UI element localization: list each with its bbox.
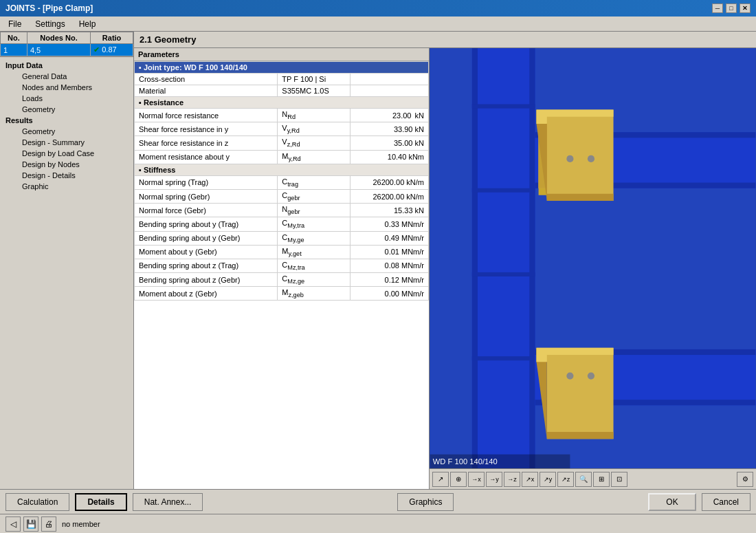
view-btn-yaxis[interactable]: →y	[486, 472, 502, 487]
res-val-0: 23.00 kN	[351, 109, 429, 122]
check-icon: ✔	[93, 45, 100, 54]
table-row: Bending spring about y (Gebr) CMy,ge 0.4…	[135, 231, 429, 245]
view-btn-move[interactable]: ⊕	[450, 472, 467, 487]
svg-rect-4	[472, 104, 535, 108]
sidebar-item-nodes-members[interactable]: Nodes and Members	[0, 82, 133, 93]
left-panel: No. Nodes No. Ratio 1 4,5 ✔ 0.87 Input D…	[0, 32, 134, 489]
collapse-resistance-icon[interactable]: ▪	[139, 98, 142, 107]
status-icon-print[interactable]: 🖨	[41, 516, 56, 532]
sidebar-item-general-data[interactable]: General Data	[0, 71, 133, 82]
table-row: Bending spring about y (Trag) CMy,tra 0.…	[135, 217, 429, 231]
svg-point-29	[566, 155, 573, 162]
3d-view: WD F 100 140/140 ↗ ⊕ →x →y →z ↗x ↗y ↗z 🔍…	[430, 48, 756, 489]
graphics-button[interactable]: Graphics	[397, 493, 454, 511]
right-panel: 2.1 Geometry Parameters ▪ Joint type: WD…	[134, 32, 756, 489]
col-no: No.	[1, 32, 27, 44]
collapse-stiffness-icon[interactable]: ▪	[139, 166, 142, 174]
sidebar-item-graphic[interactable]: Graphic	[0, 181, 133, 192]
cancel-button[interactable]: Cancel	[702, 493, 751, 511]
title-bar: JOINTS - [Pipe Clamp] ─ □ ✕	[0, 0, 756, 17]
main-content: No. Nodes No. Ratio 1 4,5 ✔ 0.87 Input D…	[0, 32, 756, 489]
ok-button[interactable]: OK	[648, 493, 696, 511]
svg-rect-1	[472, 48, 535, 468]
calculation-button[interactable]: Calculation	[5, 493, 69, 511]
res-label-2: Shear force resistance in z	[135, 136, 278, 150]
cross-section-unit	[351, 74, 429, 85]
panel-body: Parameters ▪ Joint type: WD F 100 140/14…	[134, 48, 756, 489]
params-panel: Parameters ▪ Joint type: WD F 100 140/14…	[134, 48, 430, 489]
table-row: Moment about z (Gebr) Mz,geb 0.00 MNm/r	[135, 287, 429, 301]
table-row: Moment about y (Gebr) My,get 0.01 MNm/r	[135, 245, 429, 259]
joint-type-row: ▪ Joint type: WD F 100 140/140	[135, 62, 429, 74]
cross-section-row: Cross-section TP F 100 | Si	[135, 74, 429, 85]
table-row[interactable]: 1 4,5 ✔ 0.87	[1, 44, 133, 56]
resistance-label: ▪ Resistance	[135, 97, 429, 109]
menu-help[interactable]: Help	[74, 18, 102, 30]
details-button[interactable]: Details	[75, 493, 126, 511]
nat-annex-button[interactable]: Nat. Annex...	[133, 493, 203, 511]
svg-marker-27	[547, 432, 614, 439]
view-btn-zrot[interactable]: ↗z	[557, 472, 574, 487]
sidebar-item-design-details[interactable]: Design - Details	[0, 170, 133, 181]
svg-rect-3	[529, 48, 535, 468]
panel-header: 2.1 Geometry	[134, 32, 756, 48]
view-btn-xaxis[interactable]: →x	[468, 472, 485, 487]
table-row: Normal force (Gebr) Ngebr 15.33 kN	[135, 204, 429, 217]
params-table: ▪ Joint type: WD F 100 140/140 Cross-sec…	[134, 61, 429, 301]
view-btn-select[interactable]: ↗	[432, 472, 449, 487]
res-val-2: 35.00 kN	[351, 136, 429, 150]
status-icon-back[interactable]: ◁	[5, 516, 21, 532]
3d-svg: WD F 100 140/140	[430, 48, 756, 468]
table-row: Bending spring about z (Gebr) CMz,ge 0.1…	[135, 273, 429, 287]
view-btn-zoom[interactable]: 🔍	[575, 472, 592, 487]
svg-rect-7	[472, 356, 535, 360]
svg-rect-2	[472, 48, 478, 468]
sidebar-item-design-load-case[interactable]: Design by Load Case	[0, 148, 133, 159]
svg-text:WD F 100 140/140: WD F 100 140/140	[433, 457, 498, 466]
sidebar-item-loads[interactable]: Loads	[0, 93, 133, 104]
svg-marker-23	[547, 194, 614, 201]
view-btn-fit[interactable]: ⊞	[593, 472, 610, 487]
collapse-joint-icon[interactable]: ▪	[139, 63, 142, 72]
res-label-3: Moment resistance about y	[135, 150, 278, 164]
table-row: Normal force resistance NRd 23.00 kN	[135, 109, 429, 122]
resistance-section-row: ▪ Resistance	[135, 97, 429, 109]
table-row: Shear force resistance in z Vz,Rd 35.00 …	[135, 136, 429, 150]
res-sym-0: NRd	[278, 109, 351, 122]
material-row: Material S355MC 1.0S	[135, 85, 429, 97]
view-btn-render[interactable]: ⊡	[611, 472, 627, 487]
3d-canvas[interactable]: WD F 100 140/140	[430, 48, 756, 468]
material-label: Material	[135, 85, 278, 97]
svg-marker-25	[537, 348, 614, 439]
svg-point-32	[588, 372, 594, 379]
col-nodes: Nodes No.	[27, 32, 90, 44]
stiffness-section-row: ▪ Stiffness	[135, 164, 429, 175]
res-sym-3: My,Rd	[278, 150, 351, 164]
parameters-header: Parameters	[134, 48, 429, 61]
view-btn-yrot[interactable]: ↗y	[540, 472, 556, 487]
sidebar-item-design-nodes[interactable]: Design by Nodes	[0, 159, 133, 170]
res-val-3: 10.40 kNm	[351, 150, 429, 164]
sidebar-item-geometry-input[interactable]: Geometry	[0, 104, 133, 115]
nodes-table: No. Nodes No. Ratio 1 4,5 ✔ 0.87	[0, 32, 133, 57]
view-btn-xrot[interactable]: ↗x	[522, 472, 538, 487]
maximize-button[interactable]: □	[726, 3, 737, 13]
table-row: Normal spring (Gebr) Cgebr 26200.00 kN/m	[135, 189, 429, 203]
close-button[interactable]: ✕	[740, 3, 751, 13]
view-btn-settings[interactable]: ⚙	[737, 472, 753, 487]
svg-rect-5	[472, 188, 535, 193]
minimize-button[interactable]: ─	[712, 3, 723, 13]
cell-no: 1	[1, 44, 27, 56]
status-icons: ◁ 💾 🖨	[5, 516, 56, 532]
sidebar-item-design-summary[interactable]: Design - Summary	[0, 137, 133, 148]
table-row: Normal spring (Trag) Ctrag 26200.00 kN/m	[135, 175, 429, 189]
svg-rect-6	[472, 272, 535, 276]
menu-file[interactable]: File	[3, 18, 27, 30]
res-val-1: 33.90 kN	[351, 122, 429, 136]
view-btn-zaxis[interactable]: →z	[504, 472, 520, 487]
status-bar: ◁ 💾 🖨 no member	[0, 514, 756, 533]
sidebar-item-geometry[interactable]: Geometry	[0, 126, 133, 137]
status-icon-save[interactable]: 💾	[23, 516, 38, 532]
menu-settings[interactable]: Settings	[30, 18, 70, 30]
menu-bar: File Settings Help	[0, 17, 756, 32]
